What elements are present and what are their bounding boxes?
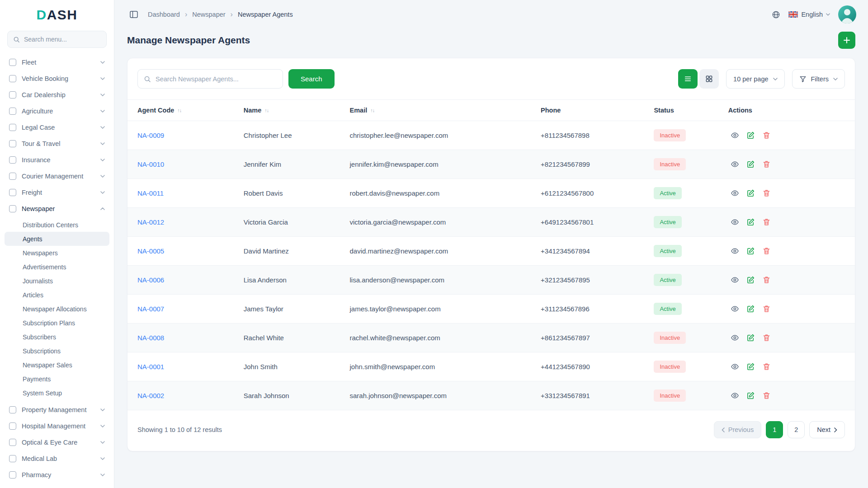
- sidebar-subitem[interactable]: Subscriptions: [5, 344, 109, 358]
- page-number-button[interactable]: 2: [788, 421, 805, 438]
- menu-search-input[interactable]: [24, 36, 101, 43]
- edit-button[interactable]: [744, 331, 758, 345]
- agent-code-link[interactable]: NA-0008: [137, 334, 164, 342]
- sidebar-item[interactable]: Hospital Management: [5, 418, 109, 434]
- agent-name-cell: Lisa Anderson: [244, 276, 350, 284]
- sidebar-subitem[interactable]: Newspaper Allocations: [5, 302, 109, 316]
- delete-button[interactable]: [760, 244, 774, 258]
- view-button[interactable]: [728, 302, 742, 316]
- edit-button[interactable]: [744, 389, 758, 403]
- agent-code-link[interactable]: NA-0012: [137, 218, 164, 226]
- sidebar-item[interactable]: Car Dealership: [5, 87, 109, 103]
- sidebar-item[interactable]: Insurance: [5, 152, 109, 168]
- edit-button[interactable]: [744, 216, 758, 229]
- view-button[interactable]: [728, 129, 742, 142]
- edit-button[interactable]: [744, 244, 758, 258]
- edit-button[interactable]: [744, 187, 758, 200]
- search-button[interactable]: Search: [288, 69, 335, 89]
- sidebar-item[interactable]: Optical & Eye Care: [5, 434, 109, 450]
- delete-button[interactable]: [760, 273, 774, 287]
- sidebar-subitem[interactable]: Payments: [5, 372, 109, 386]
- breadcrumb-newspaper[interactable]: Newspaper: [192, 11, 225, 18]
- agents-search-input[interactable]: [156, 75, 277, 83]
- delete-button[interactable]: [760, 158, 774, 171]
- row-actions: [728, 389, 845, 403]
- edit-button[interactable]: [744, 360, 758, 374]
- sidebar-subitem[interactable]: Journalists: [5, 274, 109, 288]
- trash-icon: [762, 305, 771, 313]
- sidebar-subitem-label: Articles: [23, 291, 43, 299]
- column-label: Email: [350, 107, 368, 114]
- delete-button[interactable]: [760, 389, 774, 403]
- agent-code-link[interactable]: NA-0005: [137, 247, 164, 255]
- sidebar-item[interactable]: Freight: [5, 184, 109, 201]
- sidebar-subitem[interactable]: Newspaper Sales: [5, 358, 109, 372]
- delete-button[interactable]: [760, 302, 774, 316]
- view-button[interactable]: [728, 187, 742, 200]
- agent-code-link[interactable]: NA-0002: [137, 392, 164, 399]
- sidebar-toggle-button[interactable]: [126, 7, 142, 22]
- edit-button[interactable]: [744, 129, 758, 142]
- row-actions: [728, 302, 845, 316]
- sidebar-subitem[interactable]: Subscription Plans: [5, 316, 109, 330]
- agent-code-link[interactable]: NA-0007: [137, 305, 164, 313]
- agent-code-cell: NA-0007: [137, 305, 244, 313]
- view-button[interactable]: [728, 158, 742, 171]
- sidebar-item[interactable]: Pharmacy: [5, 467, 109, 483]
- view-button[interactable]: [728, 273, 742, 287]
- sidebar-item[interactable]: Vehicle Booking: [5, 70, 109, 87]
- language-selector[interactable]: English: [788, 11, 830, 18]
- agent-code-link[interactable]: NA-0006: [137, 276, 164, 284]
- next-page-button[interactable]: Next: [809, 421, 845, 438]
- agent-code-link[interactable]: NA-0011: [137, 189, 164, 197]
- sidebar-item[interactable]: Tour & Travel: [5, 136, 109, 152]
- grid-view-button[interactable]: [699, 69, 719, 89]
- sidebar-subitem[interactable]: System Setup: [5, 386, 109, 400]
- sidebar-item[interactable]: Legal Case: [5, 119, 109, 136]
- filters-button[interactable]: Filters: [792, 69, 845, 89]
- agent-phone-cell: +821234567899: [541, 160, 654, 168]
- view-button[interactable]: [728, 389, 742, 403]
- view-button[interactable]: [728, 360, 742, 374]
- previous-page-button[interactable]: Previous: [714, 421, 761, 438]
- column-header-agent-code[interactable]: Agent Code ↑↓: [137, 107, 244, 114]
- per-page-select[interactable]: 10 per page: [726, 69, 784, 89]
- sidebar-subitem[interactable]: Distribution Centers: [5, 218, 109, 232]
- sidebar-subitem[interactable]: Advertisements: [5, 260, 109, 274]
- edit-button[interactable]: [744, 273, 758, 287]
- sidebar-subitem[interactable]: Articles: [5, 288, 109, 302]
- sidebar-item[interactable]: Property Management: [5, 402, 109, 418]
- user-avatar[interactable]: [838, 5, 856, 23]
- page-number-button[interactable]: 1: [766, 421, 783, 438]
- agent-code-link[interactable]: NA-0010: [137, 160, 164, 168]
- view-button[interactable]: [728, 216, 742, 229]
- delete-button[interactable]: [760, 331, 774, 345]
- sidebar-item[interactable]: Fleet: [5, 54, 109, 70]
- delete-button[interactable]: [760, 360, 774, 374]
- breadcrumb-dashboard[interactable]: Dashboard: [148, 11, 180, 18]
- add-agent-button[interactable]: [838, 32, 855, 49]
- agent-code-link[interactable]: NA-0009: [137, 131, 164, 139]
- agent-code-link[interactable]: NA-0001: [137, 363, 164, 371]
- delete-button[interactable]: [760, 216, 774, 229]
- delete-button[interactable]: [760, 187, 774, 200]
- view-button[interactable]: [728, 331, 742, 345]
- edit-button[interactable]: [744, 158, 758, 171]
- sidebar-item-newspaper[interactable]: Newspaper: [5, 201, 109, 217]
- sidebar-subitem[interactable]: Newspapers: [5, 246, 109, 260]
- view-button[interactable]: [728, 244, 742, 258]
- edit-button[interactable]: [744, 302, 758, 316]
- column-header-name[interactable]: Name ↑↓: [244, 107, 350, 114]
- list-view-button[interactable]: [678, 69, 698, 89]
- legal-case-icon: [9, 124, 16, 131]
- chevron-down-icon: [826, 13, 830, 16]
- sidebar-subitem[interactable]: Agents: [5, 232, 109, 246]
- delete-button[interactable]: [760, 129, 774, 142]
- sidebar-item[interactable]: Agriculture: [5, 103, 109, 119]
- column-header-email[interactable]: Email ↑↓: [350, 107, 541, 114]
- sidebar-item[interactable]: Courier Management: [5, 168, 109, 184]
- sidebar-item[interactable]: Medical Lab: [5, 450, 109, 467]
- globe-button[interactable]: [772, 10, 780, 19]
- status-badge: Inactive: [654, 332, 686, 344]
- sidebar-subitem[interactable]: Subscribers: [5, 330, 109, 344]
